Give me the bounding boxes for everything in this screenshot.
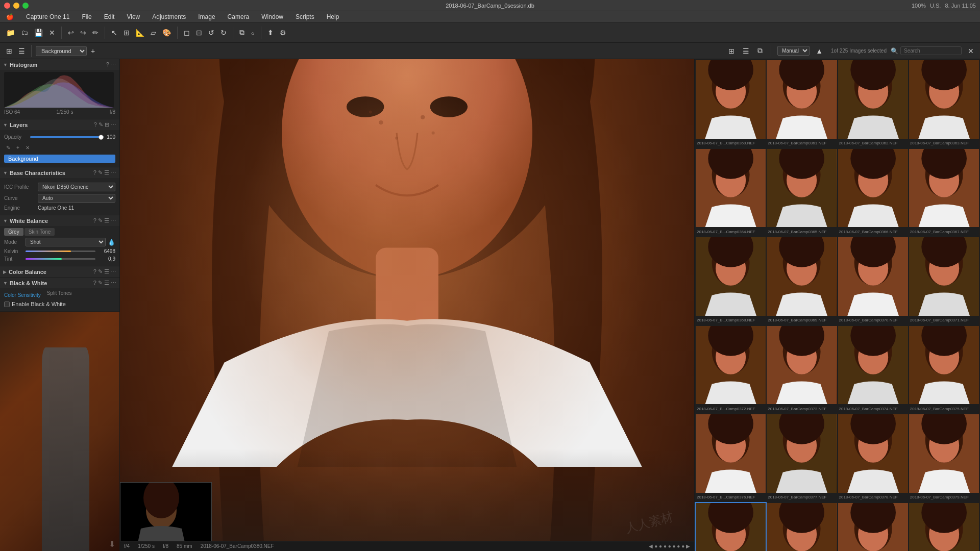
paste-adjustments-button[interactable]: ⬦ xyxy=(249,28,257,38)
color-sensitivity-label[interactable]: Color Sensitivity xyxy=(4,292,41,298)
wb-tab-grey[interactable]: Grey xyxy=(4,228,23,236)
window-controls[interactable] xyxy=(4,3,29,9)
menu-capture-one[interactable]: Capture One 11 xyxy=(24,13,71,20)
save-button[interactable]: 💾 xyxy=(32,28,45,38)
filmstrip-item-8[interactable]: 2018-06-07_B...Camp0368.NEF xyxy=(696,237,766,325)
maximize-button[interactable] xyxy=(22,3,29,9)
menu-view[interactable]: View xyxy=(125,13,142,20)
cursor-button[interactable]: ↖ xyxy=(109,28,119,38)
menu-help[interactable]: Help xyxy=(325,13,341,20)
filmstrip-item-18[interactable]: 2018-06-07_BarCamp0378.NEF xyxy=(838,414,908,502)
menu-scripts[interactable]: Scripts xyxy=(293,13,316,20)
base-characteristics-header[interactable]: ▼ Base Characteristics ? ✎ ☰ ⋯ xyxy=(0,167,119,178)
filmstrip-item-5[interactable]: 2018-06-07_BarCamp0365.NEF xyxy=(767,149,837,237)
perspective-button[interactable]: ▱ xyxy=(149,28,158,38)
straighten-button[interactable]: 📐 xyxy=(134,28,146,38)
photo-viewer[interactable]: 人人素材 f/4 1/250 s f/8 85 mm 2018-06-07_Ba… xyxy=(120,59,694,551)
background-layer[interactable]: Background xyxy=(4,155,115,163)
filmstrip-item-13[interactable]: 2018-06-07_BarCamp0373.NEF xyxy=(767,326,837,414)
layer-selector[interactable]: Background xyxy=(36,46,87,56)
minimize-button[interactable] xyxy=(13,3,19,9)
filmstrip-item-12[interactable]: 2018-06-07_B...Camp0372.NEF xyxy=(696,326,766,414)
kelvin-slider[interactable] xyxy=(26,251,95,252)
menu-window[interactable]: Window xyxy=(259,13,285,20)
layer-delete-button[interactable]: ✕ xyxy=(23,144,32,152)
grid-view-button[interactable]: ⊞ xyxy=(4,46,14,56)
menu-image[interactable]: Image xyxy=(196,13,217,20)
filmstrip-item-1[interactable]: 2018-06-07_BarCamp0361.NEF xyxy=(767,60,837,148)
crop-button[interactable]: ⊞ xyxy=(121,28,132,38)
thumb-image xyxy=(696,149,766,228)
menu-adjustments[interactable]: Adjustments xyxy=(150,13,188,20)
curve-select[interactable]: Auto xyxy=(38,194,115,203)
filmstrip-view-button[interactable]: ⊞ xyxy=(726,46,737,56)
wb-tab-skin[interactable]: Skin Tone xyxy=(24,228,55,236)
rotate-right-button[interactable]: ↻ xyxy=(218,28,229,38)
sec-sep2 xyxy=(771,45,771,57)
detail-view-button[interactable]: ☰ xyxy=(741,46,751,56)
menu-file[interactable]: File xyxy=(80,13,93,20)
filmstrip-item-7[interactable]: 2018-06-07_BarCamp0367.NEF xyxy=(909,149,979,237)
zoom-100-button[interactable]: ⊡ xyxy=(194,28,204,38)
search-input[interactable] xyxy=(900,46,962,55)
layer-brush-button[interactable]: ✎ xyxy=(4,144,12,152)
filmstrip-item-9[interactable]: 2018-06-07_BarCamp0369.NEF xyxy=(767,237,837,325)
close-button[interactable] xyxy=(4,3,10,9)
sort-asc-button[interactable]: ▲ xyxy=(814,46,825,56)
histogram-header[interactable]: ▼ Histogram ? ⋯ xyxy=(0,59,119,70)
color-balance-header[interactable]: ▶ Color Balance ? ✎ ☰ ⋯ xyxy=(0,266,119,277)
filmstrip-item-22[interactable]: 2018-06-07_BarCamp0382.NEF xyxy=(838,503,908,551)
filmstrip-item-2[interactable]: 2018-06-07_BarCamp0362.NEF xyxy=(838,60,908,148)
eyedropper-button[interactable]: 💧 xyxy=(108,239,115,246)
filmstrip-item-3[interactable]: 2018-06-07_BarCamp0363.NEF xyxy=(909,60,979,148)
menu-camera[interactable]: Camera xyxy=(226,13,252,20)
split-tones-label[interactable]: Split Tones xyxy=(47,290,72,298)
menu-edit[interactable]: Edit xyxy=(102,13,117,20)
undo-button[interactable]: ↩ xyxy=(66,28,76,38)
layers-header[interactable]: ▼ Layers ? ✎ ⊞ ⋯ xyxy=(0,119,119,130)
filmstrip-item-0[interactable]: 2018-06-07_B...Camp0360.NEF xyxy=(696,60,766,148)
open-button[interactable]: 🗂 xyxy=(19,28,30,38)
filmstrip-item-20[interactable]: 2018-06-07_B...Camp0380.NEF xyxy=(696,503,766,551)
export-button[interactable]: ⬆ xyxy=(265,28,276,38)
filmstrip-item-6[interactable]: 2018-06-07_BarCamp0366.NEF xyxy=(838,149,908,237)
layer-add-button[interactable]: + xyxy=(14,144,21,152)
compare-view-button[interactable]: ⧉ xyxy=(755,45,765,56)
process-button[interactable]: ⚙ xyxy=(278,28,288,38)
wb-kelvin-label: Kelvin xyxy=(4,248,23,254)
filmstrip-item-11[interactable]: 2018-06-07_BarCamp0371.NEF xyxy=(909,237,979,325)
cb-icons: ? ✎ ☰ ⋯ xyxy=(93,268,116,275)
filmstrip-item-4[interactable]: 2018-06-07_B...Camp0364.NEF xyxy=(696,149,766,237)
color-picker-button[interactable]: 🎨 xyxy=(160,28,173,38)
black-white-header[interactable]: ▼ Black & White ? ✎ ☰ ⋯ xyxy=(0,278,119,288)
filmstrip-item-21[interactable]: 2018-06-07_BarCamp0381.NEF xyxy=(767,503,837,551)
close-doc-button[interactable]: ✕ xyxy=(47,28,57,38)
filmstrip-item-23[interactable]: 2018-06-07_BarCamp0383.NEF xyxy=(909,503,979,551)
copy-adjustments-button[interactable]: ⧉ xyxy=(237,27,247,38)
enable-bw-checkbox[interactable] xyxy=(4,302,10,307)
filmstrip-item-19[interactable]: 2018-06-07_BarCamp0379.NEF xyxy=(909,414,979,502)
search-close-button[interactable]: ✕ xyxy=(966,46,976,56)
filmstrip-item-14[interactable]: 2018-06-07_BarCamp0374.NEF xyxy=(838,326,908,414)
list-view-button[interactable]: ☰ xyxy=(16,46,27,56)
filmstrip-item-10[interactable]: 2018-06-07_BarCamp0370.NEF xyxy=(838,237,908,325)
icc-profile-select[interactable]: Nikon D850 Generic xyxy=(38,183,115,191)
zoom-fit-button[interactable]: ◻ xyxy=(182,28,192,38)
status-shutter: 1/250 s xyxy=(138,543,155,549)
filmstrip-item-17[interactable]: 2018-06-07_BarCamp0377.NEF xyxy=(767,414,837,502)
filmstrip-item-16[interactable]: 2018-06-07_B...Camp0376.NEF xyxy=(696,414,766,502)
brush-button[interactable]: ✏ xyxy=(90,28,101,38)
filmstrip-item-15[interactable]: 2018-06-07_BarCamp0375.NEF xyxy=(909,326,979,414)
redo-button[interactable]: ↪ xyxy=(78,28,88,38)
sort-mode-select[interactable]: Manual xyxy=(777,46,810,56)
wb-mode-select[interactable]: Shot xyxy=(26,238,106,246)
thumb-image xyxy=(909,149,979,228)
new-session-button[interactable]: 📁 xyxy=(4,28,17,38)
thumb-label: 2018-06-07_BarCamp0375.NEF xyxy=(909,404,979,413)
white-balance-header[interactable]: ▼ White Balance ? ✎ ☰ ⋯ xyxy=(0,215,119,226)
apple-menu[interactable]: 🍎 xyxy=(4,13,16,20)
opacity-slider[interactable] xyxy=(30,136,104,138)
add-layer-button[interactable]: + xyxy=(89,46,97,56)
tint-slider[interactable] xyxy=(26,258,95,260)
rotate-left-button[interactable]: ↺ xyxy=(206,28,216,38)
